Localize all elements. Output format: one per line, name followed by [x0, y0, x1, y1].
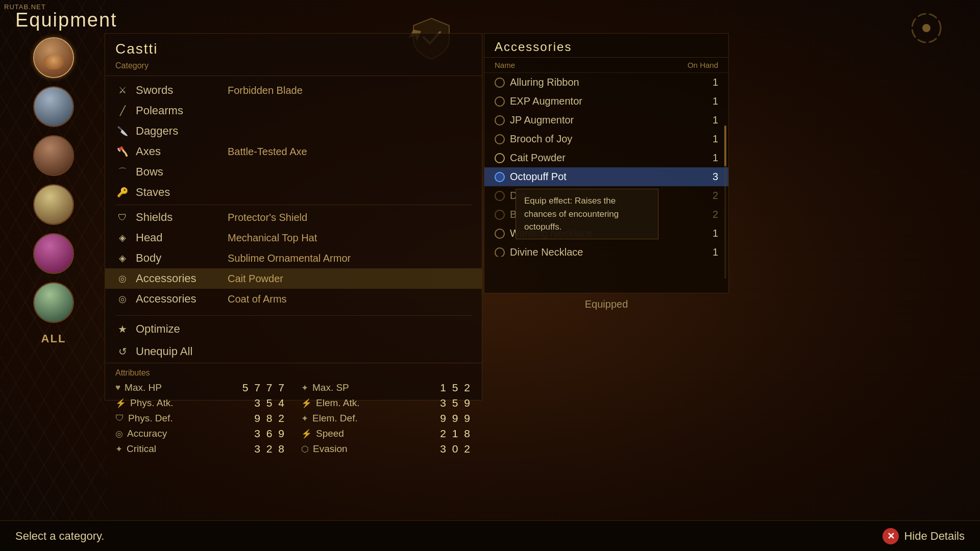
axes-equipped: Battle-Tested Axe: [228, 146, 307, 158]
loading-spinner: [909, 10, 944, 46]
accessories2-equipped: Coat of Arms: [228, 293, 287, 305]
attributes-section: Attributes ♥ Max. HP 5 7 7 7 ✦ Max. SP 1…: [105, 363, 482, 460]
accessories2-icon: ◎: [115, 292, 130, 306]
acc-count: 3: [703, 171, 718, 183]
category-item-daggers[interactable]: 🔪 Daggers: [105, 121, 482, 141]
category-item-swords[interactable]: ⚔ Swords Forbidden Blade: [105, 80, 482, 101]
accessories2-label: Accessories: [136, 292, 217, 306]
category-list: ⚔ Swords Forbidden Blade ╱ Polearms 🔪 Da…: [105, 76, 482, 313]
equipped-label: Equipped: [484, 298, 729, 310]
character-avatar-5[interactable]: [33, 233, 74, 274]
optimize-button[interactable]: ★ Optimize: [105, 318, 482, 340]
physdef-label: Phys. Def.: [128, 413, 173, 424]
status-bar: Select a category. ✕ Hide Details: [0, 520, 980, 551]
head-icon: ◈: [115, 231, 130, 245]
character-name: Castti: [105, 34, 482, 60]
character-avatar-1[interactable]: [33, 37, 74, 78]
category-item-body[interactable]: ◈ Body Sublime Ornamental Armor: [105, 248, 482, 268]
acc-count: 2: [703, 190, 718, 202]
acc-bullet: [495, 191, 505, 201]
daggers-icon: 🔪: [115, 124, 130, 138]
shields-equipped: Protector's Shield: [228, 212, 307, 223]
attributes-grid: ♥ Max. HP 5 7 7 7 ✦ Max. SP 1 5 2 ⚡ Phys…: [115, 382, 472, 455]
category-item-polearms[interactable]: ╱ Polearms: [105, 101, 482, 121]
acc-count: 1: [703, 228, 718, 239]
category-item-shields[interactable]: 🛡 Shields Protector's Shield: [105, 207, 482, 228]
acc-name: Brooch of Joy: [510, 133, 703, 145]
acc-octopuff-pot[interactable]: ◀ Octopuff Pot 3: [484, 167, 728, 186]
attr-evasion: ⬡ Evasion 3 0 2: [301, 443, 472, 455]
swords-icon: ⚔: [115, 83, 130, 97]
acc-name: Octopuff Pot: [510, 171, 703, 183]
category-item-head[interactable]: ◈ Head Mechanical Top Hat: [105, 228, 482, 248]
attr-accuracy: ◎ Accuracy 3 6 9: [115, 428, 286, 440]
acc-bullet: [495, 96, 505, 107]
character-avatar-4[interactable]: [33, 184, 74, 225]
acc-count: 1: [703, 133, 718, 145]
maxsp-icon: ✦: [301, 383, 308, 393]
attributes-label: Attributes: [115, 368, 472, 378]
maxhp-value: 5 7 7 7: [242, 382, 286, 394]
maxsp-label: Max. SP: [312, 382, 349, 393]
accessories1-label: Accessories: [136, 272, 217, 285]
character-avatar-6[interactable]: [33, 282, 74, 323]
attr-physatk: ⚡ Phys. Atk. 3 5 4: [115, 397, 286, 409]
elemdef-icon: ✦: [301, 413, 308, 424]
acc-divine-necklace[interactable]: Divine Necklace 1: [484, 243, 728, 257]
acc-brooch-of-joy[interactable]: Brooch of Joy 1: [484, 130, 728, 148]
daggers-label: Daggers: [136, 124, 217, 138]
accessories-header: Accessories: [484, 34, 728, 58]
unequip-all-label: Unequip All: [136, 345, 192, 358]
category-item-accessories1[interactable]: ◎ Accessories Cait Powder: [105, 268, 482, 289]
character-avatar-2[interactable]: [33, 86, 74, 127]
category-item-axes[interactable]: 🪓 Axes Battle-Tested Axe: [105, 141, 482, 162]
accessories1-icon: ◎: [115, 271, 130, 286]
critical-label: Critical: [127, 443, 156, 455]
body-label: Body: [136, 252, 217, 265]
elematk-value: 3 5 9: [440, 397, 472, 409]
acc-exp-augmentor[interactable]: EXP Augmentor 1: [484, 92, 728, 111]
unequip-icon: ↺: [115, 344, 130, 359]
category-item-staves[interactable]: 🔑 Staves: [105, 182, 482, 203]
acc-count: 1: [703, 77, 718, 88]
accessories-col-headers: Name On Hand: [484, 58, 728, 73]
head-equipped: Mechanical Top Hat: [228, 232, 317, 244]
scrollbar[interactable]: [724, 126, 726, 279]
physatk-value: 3 5 4: [254, 397, 286, 409]
maxhp-label: Max. HP: [125, 382, 162, 393]
physatk-label: Phys. Atk.: [130, 397, 173, 409]
acc-bullet: [495, 115, 505, 126]
elematk-icon: ⚡: [301, 398, 312, 409]
elemdef-value: 9 9 9: [440, 412, 472, 424]
acc-bullet: [495, 153, 505, 163]
acc-name: EXP Augmentor: [510, 95, 703, 107]
axes-icon: 🪓: [115, 144, 130, 159]
body-equipped: Sublime Ornamental Armor: [228, 253, 351, 264]
hide-details-button[interactable]: ✕ Hide Details: [883, 528, 965, 544]
hide-details-label: Hide Details: [904, 530, 965, 543]
category-item-accessories2[interactable]: ◎ Accessories Coat of Arms: [105, 289, 482, 309]
category-item-bows[interactable]: ⌒ Bows: [105, 162, 482, 182]
acc-name: Divine Necklace: [510, 246, 703, 257]
character-avatar-3[interactable]: [33, 135, 74, 176]
x-circle-icon: ✕: [883, 528, 899, 544]
shields-icon: 🛡: [115, 210, 130, 224]
unequip-all-button[interactable]: ↺ Unequip All: [105, 340, 482, 363]
acc-alluring-ribbon[interactable]: Alluring Ribbon 1: [484, 73, 728, 92]
category-section-label: Category: [105, 60, 482, 76]
acc-jp-augmentor[interactable]: JP Augmentor 1: [484, 111, 728, 130]
critical-value: 3 2 8: [254, 443, 286, 455]
character-sidebar: ALL: [0, 33, 107, 503]
attr-critical: ✦ Critical 3 2 8: [115, 443, 286, 455]
acc-cait-powder[interactable]: Cait Powder 1: [484, 148, 728, 167]
polearms-icon: ╱: [115, 104, 130, 118]
attr-speed: ⚡ Speed 2 1 8: [301, 428, 472, 440]
acc-name: JP Augmentor: [510, 114, 703, 126]
staves-icon: 🔑: [115, 185, 130, 199]
acc-count: 2: [703, 209, 718, 220]
acc-bullet: [495, 172, 505, 182]
acc-bullet: [495, 247, 505, 257]
all-characters-label[interactable]: ALL: [41, 332, 66, 345]
evasion-value: 3 0 2: [440, 443, 472, 455]
accuracy-label: Accuracy: [127, 428, 167, 439]
